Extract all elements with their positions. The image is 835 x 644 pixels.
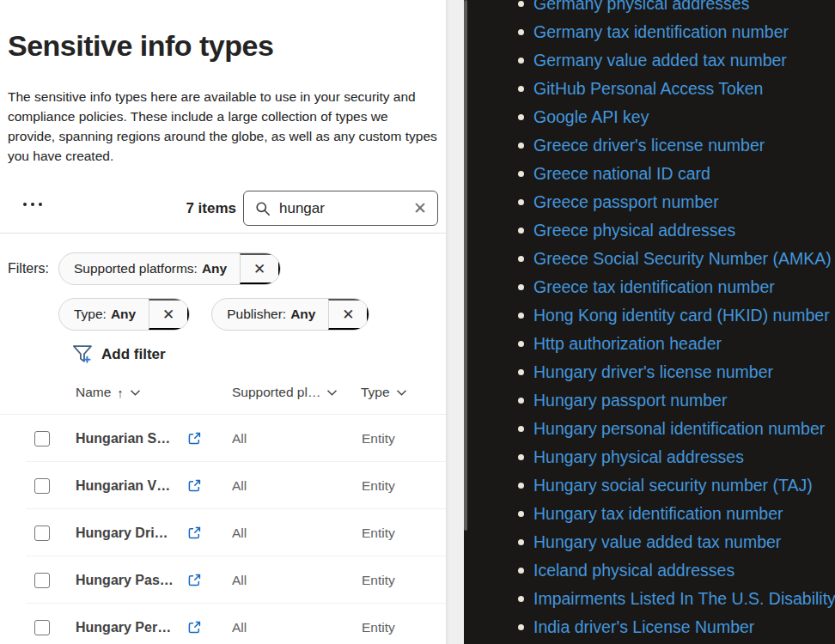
bullet-icon bbox=[518, 369, 524, 375]
more-actions-button[interactable] bbox=[21, 196, 45, 213]
list-item: Hungary physical addresses bbox=[518, 443, 835, 471]
row-checkbox[interactable] bbox=[34, 620, 50, 635]
bullet-icon bbox=[518, 58, 524, 64]
sensitive-info-type-link[interactable]: Hungary tax identification number bbox=[533, 504, 783, 524]
bullet-icon bbox=[518, 341, 524, 347]
bullet-icon bbox=[518, 86, 524, 92]
row-name-link[interactable]: Hungary Per… bbox=[76, 620, 171, 635]
bullet-icon bbox=[518, 454, 524, 460]
sensitive-info-type-link[interactable]: Greece Social Security Number (AMKA) bbox=[533, 249, 832, 269]
open-in-new-window-icon[interactable] bbox=[186, 572, 203, 589]
row-name-link[interactable]: Hungarian V… bbox=[76, 478, 170, 494]
row-name-link[interactable]: Hungary Pas… bbox=[76, 573, 174, 588]
chevron-down-icon[interactable] bbox=[396, 389, 407, 397]
row-checkbox[interactable] bbox=[34, 573, 50, 588]
add-filter-label: Add filter bbox=[101, 346, 166, 363]
row-checkbox[interactable] bbox=[34, 526, 50, 541]
bullet-icon bbox=[518, 596, 524, 602]
open-in-new-window-icon[interactable] bbox=[186, 477, 203, 495]
sensitive-info-type-link[interactable]: Iceland physical addresses bbox=[533, 561, 734, 580]
row-checkbox[interactable] bbox=[34, 431, 50, 447]
filter-pill-label[interactable]: Type:Any bbox=[59, 299, 149, 330]
filter-pill-label[interactable]: Supported platforms:Any bbox=[59, 253, 240, 284]
sensitive-info-type-link[interactable]: Hong Kong identity card (HKID) number bbox=[533, 306, 830, 325]
filter-pill-close-icon[interactable]: ✕ bbox=[149, 299, 189, 330]
filter-pill: Type:Any ✕ bbox=[58, 298, 190, 331]
sensitive-info-type-link[interactable]: Greece national ID card bbox=[533, 164, 710, 184]
add-filter-funnel-icon bbox=[71, 343, 94, 366]
sensitive-info-type-link[interactable]: Greece physical addresses bbox=[533, 221, 735, 240]
sensitive-info-type-link[interactable]: Germany physical addresses bbox=[533, 0, 749, 14]
filter-pill-close-icon[interactable]: ✕ bbox=[328, 299, 369, 330]
table-row: Hungary Dri… All Entity bbox=[0, 509, 446, 556]
row-checkbox[interactable] bbox=[34, 478, 50, 494]
ellipsis-dot-icon bbox=[23, 203, 27, 206]
list-item: Germany tax identification number bbox=[518, 18, 835, 46]
search-input[interactable] bbox=[279, 200, 413, 217]
row-supported-platforms: All bbox=[232, 573, 247, 588]
open-in-new-window-icon[interactable] bbox=[186, 430, 203, 447]
sensitive-info-type-link[interactable]: Greece driver's license number bbox=[533, 136, 765, 155]
sensitive-info-types-panel: Sensitive info types The sensitive info … bbox=[0, 0, 446, 644]
sensitive-info-type-link[interactable]: Germany tax identification number bbox=[533, 22, 789, 42]
list-item: Greece tax identification number bbox=[518, 273, 835, 301]
row-type: Entity bbox=[362, 431, 395, 447]
page-title: Sensitive info types bbox=[8, 29, 273, 63]
sensitive-info-type-link[interactable]: Hungary value added tax number bbox=[533, 532, 781, 552]
open-in-new-window-icon[interactable] bbox=[186, 619, 203, 636]
sensitive-info-type-link[interactable]: Germany value added tax number bbox=[533, 51, 787, 70]
filter-pill-row-2: Type:Any ✕ Publisher:Any ✕ bbox=[58, 298, 369, 331]
column-header-supported-platforms[interactable]: Supported pl… bbox=[232, 385, 338, 400]
sensitive-info-type-link-list: Germany physical addresses Germany tax i… bbox=[518, 0, 835, 641]
sensitive-info-type-link[interactable]: Hungary physical addresses bbox=[533, 447, 744, 467]
bullet-icon bbox=[518, 143, 524, 149]
open-in-new-window-icon[interactable] bbox=[186, 525, 203, 542]
bullet-icon bbox=[518, 171, 524, 177]
search-clear-icon[interactable]: ✕ bbox=[413, 200, 427, 216]
sensitive-info-type-link[interactable]: Hungary social security number (TAJ) bbox=[533, 476, 813, 495]
table-header: Name ↑ Supported pl… Type bbox=[0, 381, 446, 407]
row-name-link[interactable]: Hungarian S… bbox=[76, 431, 170, 447]
documentation-panel: Germany physical addresses Germany tax i… bbox=[464, 0, 835, 644]
list-item: Google API key bbox=[518, 103, 835, 131]
sensitive-info-type-link[interactable]: Greece tax identification number bbox=[533, 277, 775, 297]
window-gutter bbox=[446, 0, 464, 644]
filter-pill-close-icon[interactable]: ✕ bbox=[240, 253, 280, 284]
table-row: Hungarian V… All Entity bbox=[0, 462, 446, 509]
column-header-type[interactable]: Type bbox=[361, 385, 407, 400]
sensitive-info-type-link[interactable]: Impairments Listed In The U.S. Disabilit… bbox=[533, 589, 835, 609]
items-count: 7 items bbox=[129, 200, 236, 217]
list-item: Hungary personal identification number bbox=[518, 415, 835, 443]
list-item: Hong Kong identity card (HKID) number bbox=[518, 301, 835, 330]
chevron-down-icon[interactable] bbox=[130, 389, 141, 397]
sensitive-info-type-link[interactable]: GitHub Personal Access Token bbox=[533, 79, 763, 99]
add-filter-button[interactable]: Add filter bbox=[71, 343, 166, 366]
sensitive-info-type-link[interactable]: Http authorization header bbox=[533, 334, 722, 354]
bullet-icon bbox=[518, 624, 524, 630]
column-header-name[interactable]: Name ↑ bbox=[76, 385, 141, 400]
table-body: Hungarian S… All Entity Hungarian V… All… bbox=[0, 415, 446, 644]
scrollbar-thumb[interactable] bbox=[464, 0, 467, 531]
table-row: Hungary Pas… All Entity bbox=[0, 556, 446, 604]
list-item: Hungary social security number (TAJ) bbox=[518, 471, 835, 500]
bullet-icon bbox=[518, 313, 524, 319]
sensitive-info-type-link[interactable]: Hungary driver's license number bbox=[533, 362, 773, 382]
bullet-icon bbox=[518, 568, 524, 574]
table-row: Hungary Per… All Entity bbox=[0, 604, 446, 644]
row-supported-platforms: All bbox=[232, 431, 247, 447]
sensitive-info-type-link[interactable]: Google API key bbox=[533, 107, 649, 127]
sensitive-info-type-link[interactable]: Hungary personal identification number bbox=[533, 419, 825, 439]
sensitive-info-type-link[interactable]: India driver's License Number bbox=[533, 617, 754, 637]
row-type: Entity bbox=[362, 620, 395, 635]
filter-pill: Supported platforms:Any ✕ bbox=[58, 252, 281, 285]
sensitive-info-type-link[interactable]: Hungary passport number bbox=[533, 391, 727, 410]
row-name-link[interactable]: Hungary Dri… bbox=[76, 526, 168, 541]
list-item: Greece national ID card bbox=[518, 160, 835, 188]
search-box[interactable]: ✕ bbox=[243, 191, 438, 226]
sensitive-info-type-link[interactable]: Greece passport number bbox=[533, 192, 719, 212]
bullet-icon bbox=[518, 29, 524, 35]
row-type: Entity bbox=[362, 573, 395, 588]
chevron-down-icon[interactable] bbox=[326, 389, 338, 397]
bullet-icon bbox=[518, 539, 524, 545]
filter-pill-label[interactable]: Publisher:Any bbox=[212, 299, 328, 330]
